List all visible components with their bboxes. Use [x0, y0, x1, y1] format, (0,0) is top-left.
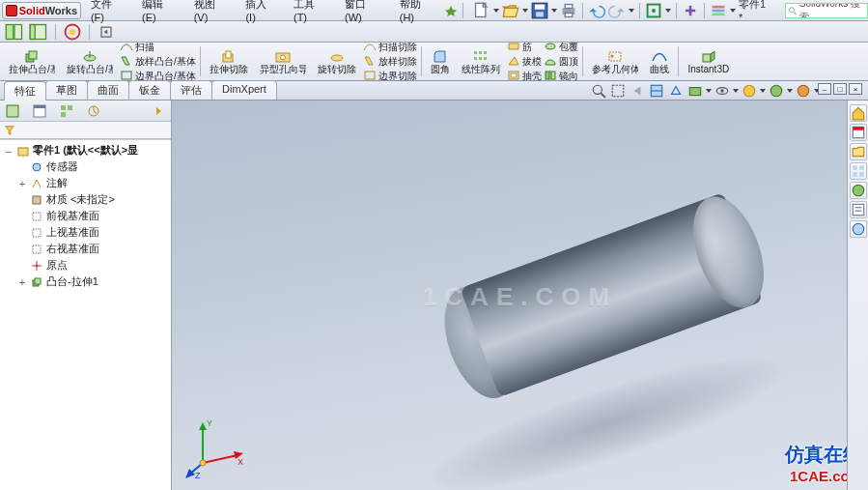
zoom-fit-icon[interactable]	[590, 83, 607, 99]
options-button[interactable]	[709, 2, 728, 19]
tree-root[interactable]: – 零件1 (默认<<默认>显	[0, 142, 171, 159]
menu-window[interactable]: 窗口(W)	[337, 0, 390, 25]
render-icon[interactable]	[795, 83, 812, 99]
tree-right-plane[interactable]: 右视基准面	[0, 241, 171, 257]
new-dropdown[interactable]	[492, 9, 500, 13]
rib-button[interactable]: 筋	[522, 41, 532, 54]
fm-tab-config[interactable]	[58, 102, 75, 120]
fillet-button[interactable]: 圆角	[426, 44, 455, 78]
solidworks-logo: SolidWorks	[2, 2, 81, 19]
menu-tools[interactable]: 工具(T)	[286, 0, 335, 25]
revolve-boss-button[interactable]: 旋转凸台/基...	[62, 44, 118, 78]
fm-splitter-icon[interactable]	[150, 102, 167, 120]
options-dropdown[interactable]	[729, 9, 737, 13]
rebuild-button[interactable]	[681, 2, 700, 19]
redo-dropdown[interactable]	[628, 9, 635, 13]
hole-wizard-button[interactable]: 异型孔向导	[255, 44, 311, 78]
save-button[interactable]	[530, 2, 549, 19]
menu-help[interactable]: 帮助(H)	[392, 0, 442, 25]
rail-view-palette-icon[interactable]	[850, 162, 867, 180]
rail-design-lib-icon[interactable]	[850, 124, 867, 141]
search-placeholder: SolidWorks 搜索	[799, 3, 865, 18]
appearance-icon[interactable]	[741, 83, 758, 99]
pin-icon[interactable]	[444, 4, 458, 17]
sweep-cut-button[interactable]: 扫描切除	[378, 41, 417, 54]
tree-front-plane[interactable]: 前视基准面	[0, 208, 171, 224]
print-button[interactable]	[559, 2, 578, 19]
menu-insert[interactable]: 插入(I)	[238, 0, 284, 25]
tab-sketch[interactable]: 草图	[45, 80, 88, 100]
new-button[interactable]	[472, 2, 491, 19]
save-dropdown[interactable]	[550, 9, 558, 13]
tree-origin[interactable]: 原点	[0, 257, 171, 274]
tab-evaluate[interactable]: 评估	[170, 80, 212, 100]
linear-pattern-button[interactable]: 线性阵列	[457, 44, 505, 78]
open-dropdown[interactable]	[521, 9, 529, 13]
tree-top-plane[interactable]: 上视基准面	[0, 224, 171, 241]
collapse-icon[interactable]: –	[4, 145, 14, 157]
redo-button[interactable]	[607, 2, 627, 19]
tree-annotations[interactable]: +注解	[0, 175, 171, 191]
wrap-button[interactable]: 包覆	[559, 41, 578, 54]
tab-dimxpert[interactable]: DimXpert	[211, 80, 277, 100]
tree-material[interactable]: 材质 <未指定>	[0, 191, 171, 208]
chevron-down-icon[interactable]	[760, 89, 766, 93]
minimize-button[interactable]: –	[818, 83, 831, 95]
extrude-boss-button[interactable]: 拉伸凸台/基...	[4, 44, 60, 78]
maximize-button[interactable]: □	[833, 83, 847, 95]
tree-boss-extrude1[interactable]: +凸台-拉伸1	[0, 274, 171, 290]
rail-home-icon[interactable]	[850, 104, 867, 122]
select-dropdown[interactable]	[664, 9, 672, 13]
zoom-area-icon[interactable]	[609, 83, 627, 99]
filter-icon[interactable]	[4, 125, 15, 136]
tree-sensors[interactable]: 传感器	[0, 159, 171, 175]
expand-button[interactable]	[96, 22, 117, 42]
graphics-viewport[interactable]: 1CAE.COM Y X Z 仿真在线 1CAE.com	[172, 101, 868, 490]
chevron-down-icon[interactable]	[787, 89, 793, 93]
instant3d-button[interactable]: Instant3D	[683, 44, 735, 78]
rail-extra-icon[interactable]	[850, 220, 867, 238]
tab-surface[interactable]: 曲面	[87, 80, 129, 100]
ref-geom-button[interactable]: 参考几何体	[587, 44, 643, 78]
tab-sheetmetal[interactable]: 钣金	[128, 80, 171, 100]
rail-appearances-icon[interactable]	[850, 182, 867, 199]
section-view-icon[interactable]	[648, 83, 665, 99]
search-box[interactable]: SolidWorks 搜索	[785, 3, 868, 18]
undo-button[interactable]	[587, 2, 606, 19]
menu-view[interactable]: 视图(V)	[186, 0, 237, 25]
draft-button[interactable]: 拔模	[522, 55, 542, 69]
appearance-button[interactable]	[62, 22, 83, 42]
close-button[interactable]: ×	[849, 83, 862, 95]
model-cylinder[interactable]	[410, 153, 798, 483]
prev-view-icon[interactable]	[629, 83, 646, 99]
sweep-button[interactable]: 扫描	[135, 41, 154, 54]
revolve-cut-button[interactable]: 旋转切除	[313, 44, 361, 78]
task-pane-2[interactable]	[28, 22, 49, 42]
rail-custom-props-icon[interactable]	[850, 201, 867, 218]
scene-icon[interactable]	[768, 83, 785, 99]
display-style-icon[interactable]	[686, 83, 704, 99]
sensor-icon	[30, 160, 43, 174]
hide-show-icon[interactable]	[714, 83, 731, 99]
fm-tab-property[interactable]	[31, 102, 48, 120]
svg-point-56	[743, 85, 754, 96]
chevron-down-icon[interactable]	[706, 89, 712, 93]
svg-point-29	[280, 55, 285, 60]
open-button[interactable]	[501, 2, 520, 19]
menu-edit[interactable]: 编辑(E)	[134, 0, 184, 25]
view-orient-icon[interactable]	[667, 83, 685, 99]
rail-file-explorer-icon[interactable]	[850, 143, 867, 160]
curves-button[interactable]: 曲线	[645, 44, 674, 78]
chevron-down-icon[interactable]	[733, 89, 739, 93]
fm-tab-dimxpert[interactable]	[85, 102, 102, 120]
loft-boss-button[interactable]: 放样凸台/基体	[135, 55, 196, 69]
orientation-triad[interactable]: Y X Z	[182, 413, 249, 480]
select-button[interactable]	[644, 2, 663, 19]
fm-tab-tree[interactable]	[4, 102, 21, 120]
feature-tree[interactable]: – 零件1 (默认<<默认>显 传感器 +注解 材质 <未指定> 前视基准面 上…	[0, 139, 171, 490]
task-pane-1[interactable]	[4, 22, 25, 42]
extrude-cut-button[interactable]: 拉伸切除	[205, 44, 253, 78]
dome-button[interactable]: 圆顶	[559, 55, 578, 69]
tab-features[interactable]: 特征	[4, 81, 46, 101]
loft-cut-button[interactable]: 放样切除	[378, 55, 417, 69]
